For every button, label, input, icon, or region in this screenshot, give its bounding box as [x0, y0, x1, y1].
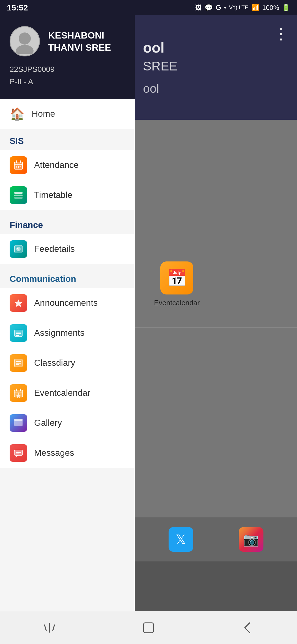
- profile-name-block: KESHABONI THANVI SREE: [48, 29, 111, 53]
- status-dot: •: [224, 4, 226, 12]
- svg-rect-11: [14, 192, 23, 194]
- svg-point-9: [16, 167, 17, 168]
- school-header-bg: ool SREE ool: [135, 15, 297, 120]
- sidebar-item-home[interactable]: 🏠 Home: [0, 99, 135, 129]
- eventcalendar-label: Eventcalendar: [34, 388, 90, 398]
- svg-line-39: [53, 625, 54, 631]
- nav-back-button[interactable]: [237, 617, 258, 639]
- sidebar-item-attendance[interactable]: Attendance: [0, 150, 135, 180]
- sidebar-item-assignments[interactable]: Assignments: [0, 318, 135, 348]
- profile-top: KESHABONI THANVI SREE: [10, 26, 125, 56]
- sis-section: SIS Attendance: [0, 129, 135, 213]
- classdiary-label: Classdiary: [34, 358, 75, 368]
- announcements-icon: [10, 294, 27, 312]
- profile-lastname: THANVI SREE: [48, 41, 111, 53]
- status-icons: 🖼 💬 G • Vo) LTE 📶 100% 🔋: [195, 3, 290, 12]
- school-name-3: ool: [143, 82, 289, 95]
- more-options-icon[interactable]: ⋮: [273, 25, 289, 43]
- status-bar: 15:52 🖼 💬 G • Vo) LTE 📶 100% 🔋: [0, 0, 297, 15]
- divider: [135, 328, 297, 328]
- svg-rect-20: [16, 333, 21, 334]
- svg-rect-27: [16, 389, 17, 391]
- gallery-icon: [10, 414, 27, 432]
- status-volte: Vo) LTE: [229, 4, 249, 11]
- status-message-icon: 💬: [205, 4, 213, 12]
- sidebar-item-feedetails[interactable]: $ Feedetails: [0, 234, 135, 264]
- communication-section-header: Communication: [0, 267, 135, 288]
- avatar: [10, 26, 40, 56]
- home-icon: 🏠: [10, 107, 25, 121]
- status-gallery-icon: 🖼: [195, 4, 202, 12]
- status-signal: 📶: [251, 4, 260, 12]
- svg-rect-40: [144, 623, 153, 633]
- timetable-icon: [10, 186, 27, 204]
- student-id: 22SJPS0009: [10, 63, 125, 76]
- finance-section-header: Finance: [0, 213, 135, 234]
- svg-point-0: [19, 32, 31, 45]
- svg-rect-31: [14, 421, 23, 426]
- sidebar-item-classdiary[interactable]: Classdiary: [0, 348, 135, 378]
- svg-rect-24: [16, 363, 21, 364]
- svg-line-37: [45, 625, 46, 631]
- eventcal-area: 📅 Eventcalendar: [154, 261, 200, 307]
- svg-rect-19: [16, 332, 21, 332]
- svg-point-7: [18, 166, 19, 167]
- svg-point-10: [18, 167, 19, 168]
- eventcalendar-icon: [10, 384, 27, 402]
- attendance-label: Attendance: [34, 160, 79, 170]
- finance-section: Finance $ Feedetails: [0, 213, 135, 267]
- sidebar-item-eventcalendar[interactable]: Eventcalendar: [0, 378, 135, 408]
- status-battery: 100%: [262, 4, 279, 12]
- svg-rect-13: [14, 197, 23, 199]
- twitter-icon[interactable]: 𝕏: [169, 527, 193, 552]
- nav-menu-button[interactable]: [38, 617, 61, 639]
- sis-section-header: SIS: [0, 129, 135, 150]
- right-mid-bg: [135, 120, 297, 561]
- sidebar-item-announcements[interactable]: Announcements: [0, 288, 135, 318]
- svg-marker-17: [15, 299, 22, 307]
- svg-rect-25: [16, 364, 19, 365]
- status-google-icon: G: [216, 3, 221, 12]
- attendance-icon: [10, 156, 27, 174]
- svg-rect-12: [14, 195, 23, 196]
- svg-rect-23: [16, 361, 21, 362]
- svg-text:$: $: [17, 247, 19, 251]
- nav-home-button[interactable]: [138, 617, 160, 639]
- feedetails-icon: $: [10, 240, 27, 258]
- svg-rect-28: [20, 389, 21, 391]
- feedetails-label: Feedetails: [34, 244, 75, 254]
- sidebar-item-messages[interactable]: Messages: [0, 438, 135, 468]
- messages-label: Messages: [34, 448, 74, 458]
- status-time: 15:52: [7, 3, 28, 12]
- communication-section: Communication Announcements Assignmen: [0, 267, 135, 471]
- svg-point-6: [16, 166, 17, 167]
- gallery-label: Gallery: [34, 418, 62, 428]
- sidebar-item-timetable[interactable]: Timetable: [0, 180, 135, 210]
- assignments-icon: [10, 324, 27, 342]
- messages-icon: [10, 444, 27, 462]
- svg-rect-21: [16, 335, 19, 336]
- home-label: Home: [32, 109, 55, 119]
- school-name-2: SREE: [143, 59, 289, 73]
- svg-rect-3: [16, 160, 17, 163]
- bottom-navigation: [0, 611, 297, 644]
- classdiary-icon: [10, 354, 27, 372]
- announcements-label: Announcements: [34, 298, 98, 308]
- svg-rect-4: [20, 160, 21, 163]
- timetable-label: Timetable: [34, 190, 72, 200]
- instagram-icon[interactable]: 📷: [239, 527, 263, 552]
- svg-point-8: [20, 166, 21, 167]
- svg-rect-32: [14, 419, 23, 421]
- eventcal-icon-right: 📅: [160, 261, 193, 294]
- svg-point-1: [16, 45, 34, 54]
- svg-marker-34: [15, 455, 18, 457]
- status-battery-icon: 🔋: [282, 4, 290, 12]
- profile-header: KESHABONI THANVI SREE 22SJPS0009 P-II - …: [0, 15, 135, 99]
- student-class: P-II - A: [10, 76, 125, 88]
- profile-firstname: KESHABONI: [48, 29, 111, 41]
- social-icons-area: 𝕏 📷: [135, 517, 297, 561]
- school-name-1: ool: [143, 39, 289, 56]
- sidebar-item-gallery[interactable]: Gallery: [0, 408, 135, 438]
- assignments-label: Assignments: [34, 328, 84, 338]
- eventcal-label-right: Eventcalendar: [154, 299, 200, 307]
